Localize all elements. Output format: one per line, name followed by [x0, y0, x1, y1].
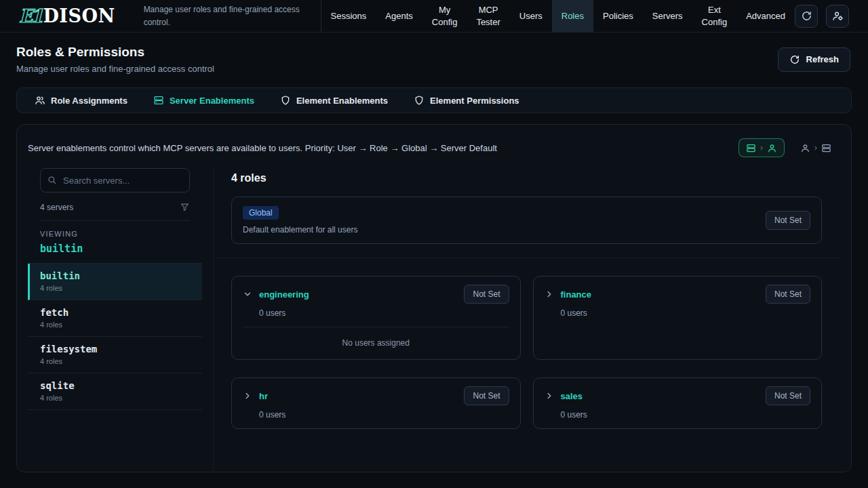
refresh-button-label: Refresh: [806, 54, 839, 64]
global-enablement-card: Global Default enablement for all users …: [231, 197, 822, 244]
role-cards-grid: engineering Not Set 0 users No users ass…: [231, 276, 822, 429]
filter-icon[interactable]: [180, 202, 190, 212]
user-icon: [767, 143, 777, 153]
page-subtitle: Manage user roles and fine-grained acces…: [16, 64, 214, 74]
global-badge: Global: [243, 206, 279, 220]
roles-content: 4 roles Global Default enablement for al…: [213, 167, 840, 472]
nav-item-ext-config[interactable]: Ext Config: [692, 0, 737, 32]
user-to-server-view-toggle[interactable]: ›: [793, 138, 839, 157]
nav-item-roles[interactable]: Roles: [552, 0, 593, 32]
role-user-count: 0 users: [561, 308, 811, 318]
page-header: Roles & Permissions Manage user roles an…: [16, 45, 850, 74]
server-role-count: 4 roles: [40, 357, 190, 365]
server-icon: [746, 143, 756, 153]
shield-icon: [414, 95, 425, 106]
role-user-count: 0 users: [259, 410, 509, 420]
role-card-finance: finance Not Set 0 users: [533, 276, 823, 360]
view-mode-toggles: › ›: [738, 138, 839, 157]
role-name: hr: [259, 391, 268, 401]
user-icon: [800, 143, 810, 153]
app-tagline: Manage user roles and fine-grained acces…: [144, 3, 302, 28]
server-list-item-fetch[interactable]: fetch 4 roles: [28, 300, 202, 337]
tab-role-assignments[interactable]: Role Assignments: [24, 90, 138, 110]
view-tabs: Role Assignments Server Enablements Elem…: [16, 87, 852, 113]
chevron-right-icon: ›: [760, 143, 763, 152]
server-name: builtin: [40, 270, 190, 281]
users-icon: [35, 95, 45, 106]
app-logo[interactable]: E1DISON: [0, 0, 115, 32]
refresh-icon: [789, 54, 800, 65]
sync-icon-button[interactable]: [795, 5, 818, 28]
logo-mark: E1: [19, 5, 41, 26]
no-users-message: No users assigned: [243, 327, 509, 350]
tab-label: Element Enablements: [296, 96, 388, 106]
server-search: [40, 168, 190, 192]
server-icon: [821, 143, 831, 153]
top-bar: E1DISON Manage user roles and fine-grain…: [0, 0, 868, 33]
role-card-engineering: engineering Not Set 0 users No users ass…: [231, 276, 521, 360]
global-status-button[interactable]: Not Set: [766, 211, 810, 230]
server-role-count: 4 roles: [40, 321, 190, 329]
server-icon: [153, 95, 164, 106]
role-status-button[interactable]: Not Set: [766, 285, 810, 304]
content-divider: [214, 258, 840, 258]
nav-item-policies[interactable]: Policies: [593, 0, 643, 32]
role-user-count: 0 users: [259, 308, 509, 318]
refresh-button[interactable]: Refresh: [778, 47, 850, 72]
nav-item-sessions[interactable]: Sessions: [321, 0, 376, 32]
role-user-count: 0 users: [561, 410, 811, 420]
tab-server-enablements[interactable]: Server Enablements: [142, 90, 265, 110]
nav-item-agents[interactable]: Agents: [376, 0, 422, 32]
nav-item-users[interactable]: Users: [510, 0, 552, 32]
server-count-row: 4 servers: [40, 202, 190, 212]
nav-item-advanced[interactable]: Advanced: [736, 0, 795, 32]
tab-element-enablements[interactable]: Element Enablements: [269, 90, 399, 110]
role-status-button[interactable]: Not Set: [464, 386, 509, 405]
role-name: sales: [561, 391, 583, 401]
server-list: builtin 4 roles fetch 4 roles filesystem…: [28, 263, 202, 410]
server-list-item-sqlite[interactable]: sqlite 4 roles: [28, 373, 202, 410]
topbar-actions: [795, 0, 868, 32]
panel-info-row: Server enablements control which MCP ser…: [28, 136, 840, 167]
tab-label: Element Permissions: [430, 96, 519, 106]
top-nav: Sessions Agents My Config MCP Tester Use…: [321, 0, 795, 32]
logo-text: DISON: [43, 5, 115, 26]
roles-count-heading: 4 roles: [231, 172, 822, 184]
user-gear-icon: [832, 10, 844, 22]
page-title: Roles & Permissions: [16, 45, 214, 60]
role-status-button[interactable]: Not Set: [464, 285, 509, 304]
chevron-right-icon[interactable]: [545, 289, 554, 299]
enablement-priority-info: Server enablements control which MCP ser…: [28, 143, 497, 153]
tab-label: Server Enablements: [170, 96, 254, 106]
tab-element-permissions[interactable]: Element Permissions: [403, 90, 530, 110]
nav-item-my-config[interactable]: My Config: [422, 0, 467, 32]
server-sidebar: 4 servers VIEWING builtin builtin 4 role…: [28, 167, 202, 472]
chevron-down-icon[interactable]: [243, 289, 252, 299]
server-list-item-builtin[interactable]: builtin 4 roles: [28, 264, 202, 300]
server-name: fetch: [40, 307, 190, 318]
user-settings-icon-button[interactable]: [826, 5, 849, 28]
chevron-right-icon: ›: [814, 143, 817, 152]
server-name: sqlite: [40, 380, 190, 391]
server-enablements-panel: Server enablements control which MCP ser…: [16, 124, 852, 472]
role-card-hr: hr Not Set 0 users: [231, 378, 521, 429]
chevron-right-icon[interactable]: [243, 391, 252, 401]
refresh-icon: [801, 10, 812, 22]
server-count: 4 servers: [40, 203, 73, 212]
viewing-label: VIEWING: [40, 230, 190, 238]
tab-label: Role Assignments: [51, 96, 127, 106]
chevron-right-icon[interactable]: [545, 391, 554, 401]
server-to-user-view-toggle[interactable]: ›: [738, 138, 785, 157]
server-role-count: 4 roles: [40, 394, 190, 402]
server-name: filesystem: [40, 344, 190, 354]
nav-item-servers[interactable]: Servers: [643, 0, 692, 32]
viewing-server-name: builtin: [40, 243, 190, 255]
server-role-count: 4 roles: [40, 284, 190, 292]
nav-item-mcp-tester[interactable]: MCP Tester: [467, 0, 509, 32]
search-servers-input[interactable]: [40, 168, 190, 192]
viewing-block: VIEWING builtin: [40, 220, 190, 263]
role-card-sales: sales Not Set 0 users: [533, 378, 823, 429]
role-status-button[interactable]: Not Set: [766, 386, 810, 405]
shield-icon: [280, 95, 291, 106]
server-list-item-filesystem[interactable]: filesystem 4 roles: [28, 337, 202, 373]
